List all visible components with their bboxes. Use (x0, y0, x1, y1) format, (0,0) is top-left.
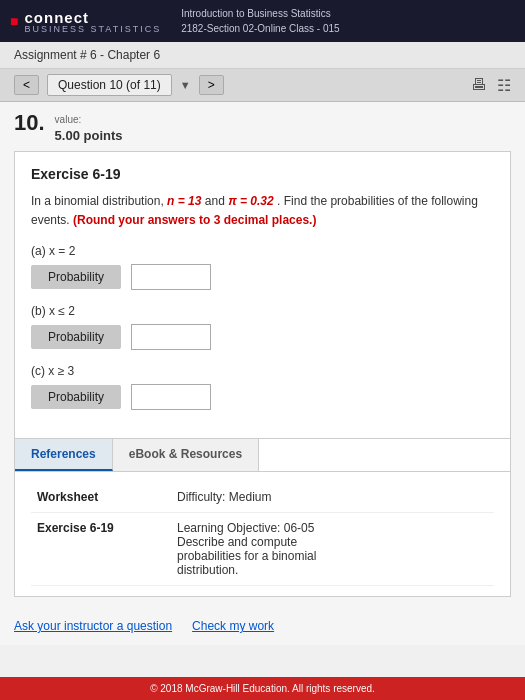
exercise-val-4: distribution. (177, 563, 238, 577)
footer-text: © 2018 McGraw-Hill Education. All rights… (150, 683, 375, 694)
prob-input-a[interactable] (131, 264, 211, 290)
nav-icons-area: 🖶 ☷ (471, 76, 511, 95)
exercise-description: In a binomial distribution, n = 13 and π… (31, 192, 494, 230)
check-work-link[interactable]: Check my work (192, 619, 274, 633)
prob-row-c: Probability (31, 384, 494, 410)
sub-question-c: (c) x ≥ 3 Probability (31, 364, 494, 410)
sub-b-label: (b) x ≤ 2 (31, 304, 494, 318)
desc-part1: In a binomial distribution, (31, 194, 167, 208)
desc-and: and (205, 194, 228, 208)
logo-text: connect (24, 9, 89, 26)
logo-container: ■ connect BUSINESS STATISTICS (10, 9, 161, 34)
question-nav-bar: < Question 10 (of 11) ▼ > 🖶 ☷ (0, 69, 525, 102)
grid-icon[interactable]: ☷ (497, 76, 511, 95)
course-line1: Introduction to Business Statistics (181, 8, 331, 19)
course-line2: 2182-Section 02-Online Class - 015 (181, 23, 339, 34)
question-points: 5.00 points (55, 128, 123, 143)
prob-row-b: Probability (31, 324, 494, 350)
sub-c-text: (c) x ≥ 3 (31, 364, 74, 378)
exercise-card: Exercise 6-19 In a binomial distribution… (14, 151, 511, 439)
table-row-worksheet: Worksheet Difficulty: Medium (31, 482, 494, 513)
page-footer: © 2018 McGraw-Hill Education. All rights… (0, 677, 525, 700)
tab-ebook[interactable]: eBook & Resources (113, 439, 259, 471)
logo-sub: BUSINESS STATISTICS (24, 24, 161, 34)
course-info: Introduction to Business Statistics 2182… (181, 6, 339, 36)
next-question-button[interactable]: > (199, 75, 224, 95)
table-row-exercise: Exercise 6-19 Learning Objective: 06-05 … (31, 513, 494, 586)
nav-dropdown-icon[interactable]: ▼ (180, 79, 191, 91)
exercise-ref-value: Learning Objective: 06-05 Describe and c… (171, 513, 494, 586)
round-note: (Round your answers to 3 decimal places.… (73, 213, 316, 227)
references-table: Worksheet Difficulty: Medium Exercise 6-… (31, 482, 494, 586)
exercise-val-2: Describe and compute (177, 535, 297, 549)
sub-b-text: (b) x ≤ 2 (31, 304, 75, 318)
question-label: Question 10 (of 11) (47, 74, 172, 96)
references-content: Worksheet Difficulty: Medium Exercise 6-… (15, 472, 510, 596)
bottom-links-bar: Ask your instructor a question Check my … (0, 607, 525, 645)
prob-input-c[interactable] (131, 384, 211, 410)
question-value-label: value: (55, 112, 123, 128)
print-icon[interactable]: 🖶 (471, 76, 487, 94)
exercise-title: Exercise 6-19 (31, 166, 494, 182)
prob-input-b[interactable] (131, 324, 211, 350)
exercise-val-3: probabilities for a binomial (177, 549, 316, 563)
assignment-bar: Assignment # 6 - Chapter 6 (0, 42, 525, 69)
ask-instructor-link[interactable]: Ask your instructor a question (14, 619, 172, 633)
sub-a-label: (a) x = 2 (31, 244, 494, 258)
references-section: References eBook & Resources Worksheet D… (14, 439, 511, 597)
sub-question-b: (b) x ≤ 2 Probability (31, 304, 494, 350)
worksheet-value: Difficulty: Medium (171, 482, 494, 513)
question-header: 10. value: 5.00 points (14, 112, 511, 143)
prob-row-a: Probability (31, 264, 494, 290)
sub-a-text: (a) x = 2 (31, 244, 75, 258)
references-tabs: References eBook & Resources (15, 439, 510, 472)
logo-icon: ■ (10, 13, 18, 29)
assignment-label: Assignment # 6 - Chapter 6 (14, 48, 160, 62)
prob-label-c: Probability (31, 385, 121, 409)
sub-question-a: (a) x = 2 Probability (31, 244, 494, 290)
desc-pi-val: π = 0.32 (228, 194, 274, 208)
tab-references[interactable]: References (15, 439, 113, 471)
desc-n-val: n = 13 (167, 194, 201, 208)
exercise-ref-label: Exercise 6-19 (31, 513, 171, 586)
prev-question-button[interactable]: < (14, 75, 39, 95)
prob-label-a: Probability (31, 265, 121, 289)
question-number: 10. (14, 112, 45, 134)
exercise-val-1: Learning Objective: 06-05 (177, 521, 314, 535)
worksheet-label: Worksheet (31, 482, 171, 513)
main-content: 10. value: 5.00 points Exercise 6-19 In … (0, 102, 525, 607)
prob-label-b: Probability (31, 325, 121, 349)
app-header: ■ connect BUSINESS STATISTICS Introducti… (0, 0, 525, 42)
sub-c-label: (c) x ≥ 3 (31, 364, 494, 378)
